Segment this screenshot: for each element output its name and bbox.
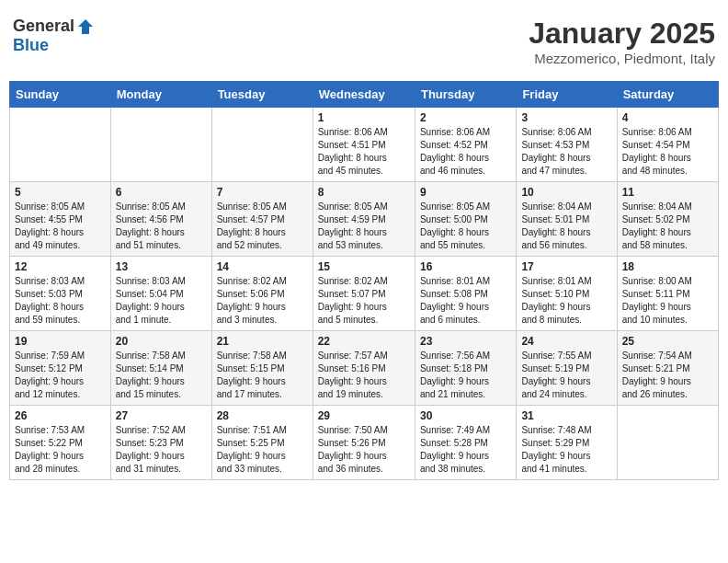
calendar-week-row: 5Sunrise: 8:05 AM Sunset: 4:55 PM Daylig… — [10, 182, 719, 257]
calendar-cell: 15Sunrise: 8:02 AM Sunset: 5:07 PM Dayli… — [313, 257, 415, 331]
calendar-cell: 18Sunrise: 8:00 AM Sunset: 5:11 PM Dayli… — [617, 257, 718, 331]
day-number: 3 — [521, 111, 611, 124]
day-info: Sunrise: 8:04 AM Sunset: 5:01 PM Dayligh… — [521, 201, 611, 252]
day-info: Sunrise: 8:05 AM Sunset: 4:59 PM Dayligh… — [318, 201, 410, 252]
day-info: Sunrise: 7:54 AM Sunset: 5:21 PM Dayligh… — [622, 350, 713, 401]
day-info: Sunrise: 7:50 AM Sunset: 5:26 PM Dayligh… — [318, 424, 410, 476]
day-info: Sunrise: 7:49 AM Sunset: 5:28 PM Dayligh… — [420, 424, 511, 476]
calendar-week-row: 12Sunrise: 8:03 AM Sunset: 5:03 PM Dayli… — [10, 257, 719, 331]
calendar-cell: 13Sunrise: 8:03 AM Sunset: 5:04 PM Dayli… — [110, 257, 211, 331]
day-info: Sunrise: 8:06 AM Sunset: 4:52 PM Dayligh… — [420, 126, 511, 178]
day-number: 17 — [521, 260, 611, 273]
day-number: 25 — [622, 335, 713, 348]
calendar-cell: 12Sunrise: 8:03 AM Sunset: 5:03 PM Dayli… — [10, 257, 111, 331]
calendar-cell: 20Sunrise: 7:58 AM Sunset: 5:14 PM Dayli… — [110, 331, 211, 406]
calendar-cell — [617, 406, 718, 480]
day-info: Sunrise: 8:05 AM Sunset: 4:56 PM Dayligh… — [116, 201, 207, 252]
calendar-cell: 24Sunrise: 7:55 AM Sunset: 5:19 PM Dayli… — [517, 331, 617, 406]
weekday-header-monday: Monday — [110, 82, 211, 108]
day-number: 10 — [521, 186, 611, 199]
day-info: Sunrise: 7:48 AM Sunset: 5:29 PM Dayligh… — [521, 424, 611, 476]
location: Mezzomerico, Piedmont, Italy — [529, 51, 715, 66]
svg-marker-0 — [78, 19, 93, 34]
day-info: Sunrise: 8:01 AM Sunset: 5:10 PM Dayligh… — [521, 275, 611, 327]
month-title: January 2025 — [529, 17, 715, 51]
calendar-table: SundayMondayTuesdayWednesdayThursdayFrid… — [9, 81, 719, 480]
day-number: 6 — [116, 186, 207, 199]
day-info: Sunrise: 7:59 AM Sunset: 5:12 PM Dayligh… — [15, 350, 106, 401]
day-info: Sunrise: 8:06 AM Sunset: 4:53 PM Dayligh… — [521, 126, 611, 178]
day-number: 8 — [318, 186, 410, 199]
calendar-cell: 1Sunrise: 8:06 AM Sunset: 4:51 PM Daylig… — [313, 108, 415, 182]
day-info: Sunrise: 8:06 AM Sunset: 4:51 PM Dayligh… — [318, 126, 410, 178]
day-number: 27 — [116, 409, 207, 422]
calendar-week-row: 19Sunrise: 7:59 AM Sunset: 5:12 PM Dayli… — [10, 331, 719, 406]
calendar-cell: 25Sunrise: 7:54 AM Sunset: 5:21 PM Dayli… — [617, 331, 718, 406]
weekday-header-saturday: Saturday — [617, 82, 718, 108]
calendar-cell: 7Sunrise: 8:05 AM Sunset: 4:57 PM Daylig… — [211, 182, 313, 257]
weekday-header-row: SundayMondayTuesdayWednesdayThursdayFrid… — [10, 82, 719, 108]
calendar-cell: 17Sunrise: 8:01 AM Sunset: 5:10 PM Dayli… — [517, 257, 617, 331]
calendar-cell: 30Sunrise: 7:49 AM Sunset: 5:28 PM Dayli… — [415, 406, 516, 480]
calendar-cell — [211, 108, 313, 182]
day-number: 16 — [420, 260, 511, 273]
day-number: 29 — [318, 409, 410, 422]
day-info: Sunrise: 7:55 AM Sunset: 5:19 PM Dayligh… — [521, 350, 611, 401]
calendar-cell: 11Sunrise: 8:04 AM Sunset: 5:02 PM Dayli… — [617, 182, 718, 257]
day-number: 12 — [15, 260, 106, 273]
calendar-cell — [110, 108, 211, 182]
day-number: 7 — [217, 186, 308, 199]
calendar-cell: 26Sunrise: 7:53 AM Sunset: 5:22 PM Dayli… — [10, 406, 111, 480]
calendar-cell: 2Sunrise: 8:06 AM Sunset: 4:52 PM Daylig… — [415, 108, 516, 182]
day-number: 4 — [622, 111, 713, 124]
day-number: 9 — [420, 186, 511, 199]
header: General Blue January 2025 Mezzomerico, P… — [9, 9, 719, 74]
weekday-header-sunday: Sunday — [10, 82, 111, 108]
logo-blue-text: Blue — [13, 36, 49, 55]
day-number: 21 — [217, 335, 308, 348]
logo: General Blue — [13, 17, 95, 55]
calendar-cell: 31Sunrise: 7:48 AM Sunset: 5:29 PM Dayli… — [517, 406, 617, 480]
day-info: Sunrise: 8:02 AM Sunset: 5:07 PM Dayligh… — [318, 275, 410, 327]
calendar-cell: 3Sunrise: 8:06 AM Sunset: 4:53 PM Daylig… — [517, 108, 617, 182]
day-info: Sunrise: 8:05 AM Sunset: 4:57 PM Dayligh… — [217, 201, 308, 252]
day-number: 22 — [318, 335, 410, 348]
calendar-week-row: 26Sunrise: 7:53 AM Sunset: 5:22 PM Dayli… — [10, 406, 719, 480]
calendar-cell: 27Sunrise: 7:52 AM Sunset: 5:23 PM Dayli… — [110, 406, 211, 480]
logo-general-text: General — [13, 17, 74, 36]
day-info: Sunrise: 8:04 AM Sunset: 5:02 PM Dayligh… — [622, 201, 713, 252]
calendar-cell: 5Sunrise: 8:05 AM Sunset: 4:55 PM Daylig… — [10, 182, 111, 257]
day-info: Sunrise: 7:52 AM Sunset: 5:23 PM Dayligh… — [116, 424, 207, 476]
day-number: 15 — [318, 260, 410, 273]
day-number: 2 — [420, 111, 511, 124]
day-number: 26 — [15, 409, 106, 422]
day-info: Sunrise: 7:56 AM Sunset: 5:18 PM Dayligh… — [420, 350, 511, 401]
weekday-header-friday: Friday — [517, 82, 617, 108]
day-info: Sunrise: 8:02 AM Sunset: 5:06 PM Dayligh… — [217, 275, 308, 327]
day-number: 30 — [420, 409, 511, 422]
calendar-cell: 16Sunrise: 8:01 AM Sunset: 5:08 PM Dayli… — [415, 257, 516, 331]
weekday-header-wednesday: Wednesday — [313, 82, 415, 108]
day-number: 18 — [622, 260, 713, 273]
day-number: 11 — [622, 186, 713, 199]
calendar-cell: 8Sunrise: 8:05 AM Sunset: 4:59 PM Daylig… — [313, 182, 415, 257]
weekday-header-thursday: Thursday — [415, 82, 516, 108]
day-info: Sunrise: 8:00 AM Sunset: 5:11 PM Dayligh… — [622, 275, 713, 327]
day-number: 24 — [521, 335, 611, 348]
calendar-cell: 28Sunrise: 7:51 AM Sunset: 5:25 PM Dayli… — [211, 406, 313, 480]
day-number: 1 — [318, 111, 410, 124]
day-number: 19 — [15, 335, 106, 348]
day-number: 14 — [217, 260, 308, 273]
day-info: Sunrise: 7:58 AM Sunset: 5:14 PM Dayligh… — [116, 350, 207, 401]
day-info: Sunrise: 8:05 AM Sunset: 4:55 PM Dayligh… — [15, 201, 106, 252]
calendar-cell: 19Sunrise: 7:59 AM Sunset: 5:12 PM Dayli… — [10, 331, 111, 406]
title-area: January 2025 Mezzomerico, Piedmont, Ital… — [529, 17, 715, 66]
calendar-cell: 22Sunrise: 7:57 AM Sunset: 5:16 PM Dayli… — [313, 331, 415, 406]
day-info: Sunrise: 7:53 AM Sunset: 5:22 PM Dayligh… — [15, 424, 106, 476]
calendar-cell: 9Sunrise: 8:05 AM Sunset: 5:00 PM Daylig… — [415, 182, 516, 257]
logo-icon — [76, 17, 95, 36]
calendar-cell: 10Sunrise: 8:04 AM Sunset: 5:01 PM Dayli… — [517, 182, 617, 257]
day-info: Sunrise: 8:03 AM Sunset: 5:03 PM Dayligh… — [15, 275, 106, 327]
day-info: Sunrise: 7:51 AM Sunset: 5:25 PM Dayligh… — [217, 424, 308, 476]
day-number: 28 — [217, 409, 308, 422]
